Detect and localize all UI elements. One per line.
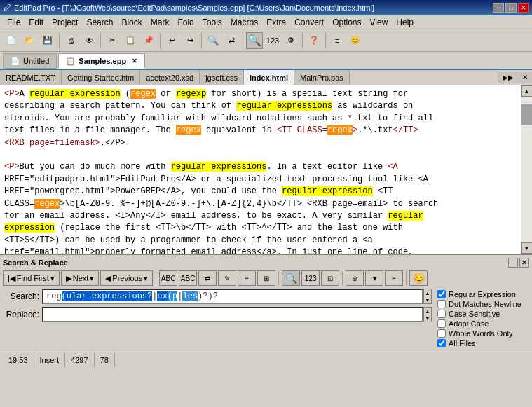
editor-content[interactable]: <P>A regular expression (regex or regexp… xyxy=(0,85,521,254)
open-button[interactable]: 📂 xyxy=(21,32,38,49)
search-scroll-down[interactable]: ▼ xyxy=(424,296,431,303)
menu-block[interactable]: Block xyxy=(117,16,146,29)
scroll-up-button[interactable]: ▲ xyxy=(521,85,533,97)
replace-input-scrollbar[interactable]: ▲ ▼ xyxy=(423,307,432,322)
redo-button[interactable]: ↪ xyxy=(182,32,198,49)
menu-view[interactable]: View xyxy=(366,16,393,29)
doc-tab-getting-started[interactable]: Getting Started.htm xyxy=(62,70,140,85)
new-button[interactable]: 📄 xyxy=(3,32,20,49)
document-tab-bar: README.TXT Getting Started.htm acetext20… xyxy=(0,70,532,85)
search-btn-4[interactable]: ✎ xyxy=(218,270,236,286)
option-allfiles-checkbox[interactable] xyxy=(437,339,446,347)
minimize-button[interactable]: ─ xyxy=(493,3,504,13)
search-btn-3[interactable]: ⇄ xyxy=(198,270,217,286)
panel-close-button[interactable]: ✕ xyxy=(519,258,529,268)
save-button[interactable]: 💾 xyxy=(39,32,56,49)
app-icon: 🖊 xyxy=(3,3,11,13)
menu-tools[interactable]: Tools xyxy=(198,16,226,29)
option-regex-checkbox[interactable] xyxy=(437,290,446,298)
doc-tab-index[interactable]: index.html xyxy=(244,70,294,85)
menu-convert[interactable]: Convert xyxy=(290,16,328,29)
doc-tab-acetext[interactable]: acetext20.xsd xyxy=(140,70,200,85)
option-dot-checkbox[interactable] xyxy=(437,300,446,308)
face-button[interactable]: 😊 xyxy=(347,32,364,49)
doc-tab-readme-label: README.TXT xyxy=(6,74,55,82)
find-next-label: Next xyxy=(73,274,89,282)
find-button[interactable]: 🔍 xyxy=(205,32,221,49)
search-btn-8[interactable]: ⊕ xyxy=(346,270,364,286)
find-first-button[interactable]: |◀ Find First ▾ xyxy=(3,270,60,286)
option-words-checkbox[interactable] xyxy=(437,329,446,338)
menu-fold[interactable]: Fold xyxy=(173,16,198,29)
doc-tab-mainpro[interactable]: MainPro.pas xyxy=(294,70,350,85)
undo-button[interactable]: ↩ xyxy=(163,32,180,49)
cut-button[interactable]: ✂ xyxy=(104,32,121,49)
editor-line-3: steroids. You are probably familiar with… xyxy=(4,113,517,125)
doc-tab-jgsoft-label: jgsoft.css xyxy=(205,74,238,82)
maximize-button[interactable]: □ xyxy=(505,3,517,13)
menu-file[interactable]: File xyxy=(3,16,25,29)
config-button[interactable]: ⚙ xyxy=(282,32,299,49)
preview-button[interactable]: 👁 xyxy=(81,32,97,49)
search-scroll-up[interactable]: ▲ xyxy=(424,289,431,296)
search-icon-btn[interactable]: 🔍 xyxy=(246,32,263,49)
doc-tab-more-button[interactable]: ▶▶ xyxy=(498,72,518,83)
help-button[interactable]: ❓ xyxy=(306,32,322,49)
copy-button[interactable]: 📋 xyxy=(122,32,139,49)
menu-options[interactable]: Options xyxy=(328,16,365,29)
search-btn-123[interactable]: 123 xyxy=(301,270,320,286)
menu-edit[interactable]: Edit xyxy=(25,16,48,29)
scroll-thumb[interactable] xyxy=(521,104,532,125)
status-chars: 4297 xyxy=(65,352,94,367)
scroll-track[interactable] xyxy=(521,97,532,242)
doc-tab-mainpro-label: MainPro.pas xyxy=(300,74,343,82)
find-previous-button[interactable]: ◀ Previous ▾ xyxy=(100,270,153,286)
search-btn-magnify[interactable]: 🔍 xyxy=(282,270,300,286)
close-button[interactable]: ✕ xyxy=(518,3,529,13)
doc-tab-jgsoft[interactable]: jgsoft.css xyxy=(200,70,244,85)
search-btn-face[interactable]: 😊 xyxy=(409,270,428,286)
search-btn-7[interactable]: ⊡ xyxy=(321,270,339,286)
status-mode-label: Insert xyxy=(40,356,60,364)
paste-button[interactable]: 📌 xyxy=(140,32,157,49)
search-options-panel: Regular Expression Dot Matches Newline C… xyxy=(435,289,529,349)
options-button[interactable]: ≡ xyxy=(329,32,346,49)
zoom-button[interactable]: 123 xyxy=(264,32,281,49)
vertical-scrollbar[interactable]: ▲ ▼ xyxy=(521,85,532,254)
panel-minimize-button[interactable]: ─ xyxy=(508,258,518,268)
search-toolbar-sep-3 xyxy=(342,271,343,285)
search-input-scrollbar[interactable]: ▲ ▼ xyxy=(423,289,432,304)
menu-project[interactable]: Project xyxy=(48,16,82,29)
replace-input[interactable] xyxy=(42,307,423,322)
search-btn-9[interactable]: ▾ xyxy=(365,270,383,286)
tab-samples[interactable]: 📋 Samples.epp ✕ xyxy=(58,53,145,69)
replace-scroll-up[interactable]: ▲ xyxy=(424,308,431,315)
menu-macros[interactable]: Macros xyxy=(226,16,262,29)
find-next-button[interactable]: ▶ Next ▾ xyxy=(61,270,100,286)
doc-tab-readme[interactable]: README.TXT xyxy=(0,70,62,85)
tab-untitled[interactable]: 📄 Untitled xyxy=(3,53,57,69)
search-btn-abc2[interactable]: ABC xyxy=(179,270,197,286)
replace-scroll-down[interactable]: ▼ xyxy=(424,315,431,322)
menu-help[interactable]: Help xyxy=(392,16,418,29)
search-btn-10[interactable]: ≡ xyxy=(385,270,403,286)
find-prev-icon: ◀ xyxy=(105,274,111,283)
search-input-display[interactable]: reg(ular expressions?|ex(p|les)?)? xyxy=(42,289,423,304)
doc-tab-close[interactable]: ✕ xyxy=(518,72,532,83)
option-case-row: Case Sensitive xyxy=(437,310,526,318)
menu-extra[interactable]: Extra xyxy=(262,16,290,29)
option-adapt-checkbox[interactable] xyxy=(437,319,446,328)
menu-search[interactable]: Search xyxy=(82,16,117,29)
menu-mark[interactable]: Mark xyxy=(146,16,174,29)
tab-close-icon[interactable]: ✕ xyxy=(132,57,137,64)
scroll-down-button[interactable]: ▼ xyxy=(521,242,533,254)
search-btn-abc1[interactable]: ABC xyxy=(159,270,177,286)
toolbar-sep-3 xyxy=(160,33,161,48)
search-btn-6[interactable]: ⊞ xyxy=(257,270,275,286)
option-case-checkbox[interactable] xyxy=(437,310,446,318)
replace-button[interactable]: ⇄ xyxy=(223,32,240,49)
tab-untitled-label: Untitled xyxy=(23,57,49,65)
replace-field-label: Replace: xyxy=(3,310,39,319)
print-button[interactable]: 🖨 xyxy=(62,32,79,49)
search-btn-5[interactable]: ≡ xyxy=(238,270,256,286)
